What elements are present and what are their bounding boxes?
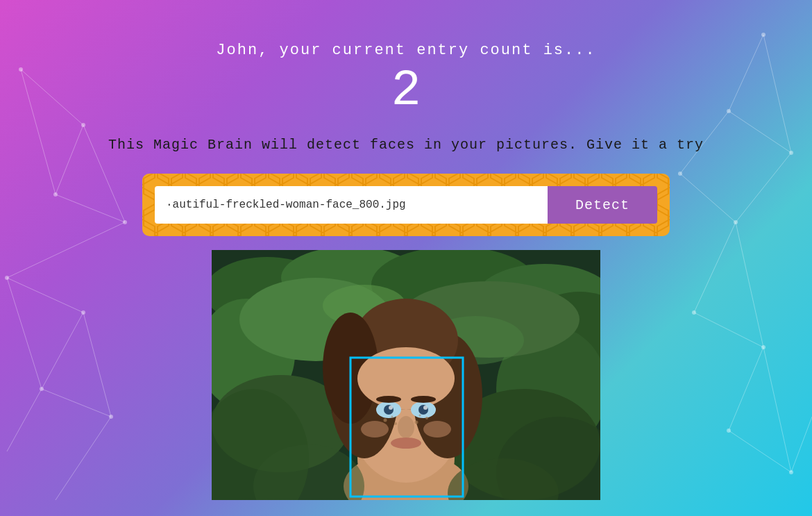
svg-point-83 bbox=[425, 417, 428, 419]
detect-button[interactable]: Detect bbox=[548, 186, 657, 224]
svg-point-85 bbox=[419, 415, 421, 417]
svg-point-81 bbox=[394, 422, 397, 425]
svg-point-78 bbox=[411, 396, 436, 403]
svg-point-79 bbox=[398, 416, 414, 438]
description-text: This Magic Brain will detect faces in yo… bbox=[108, 137, 704, 153]
svg-point-82 bbox=[415, 421, 418, 424]
svg-point-75 bbox=[389, 406, 393, 410]
svg-point-87 bbox=[361, 421, 389, 438]
svg-point-80 bbox=[384, 419, 387, 422]
entry-count-number: 2 bbox=[391, 66, 421, 116]
svg-point-88 bbox=[423, 421, 451, 438]
image-container bbox=[212, 250, 600, 500]
svg-point-84 bbox=[391, 416, 394, 418]
input-panel: Detect bbox=[142, 174, 670, 236]
entry-count-label: John, your current entry count is... bbox=[216, 42, 595, 59]
svg-point-77 bbox=[376, 396, 401, 403]
svg-point-86 bbox=[391, 438, 421, 449]
url-input[interactable] bbox=[155, 186, 548, 224]
svg-point-76 bbox=[423, 406, 428, 410]
input-row: Detect bbox=[155, 186, 657, 224]
